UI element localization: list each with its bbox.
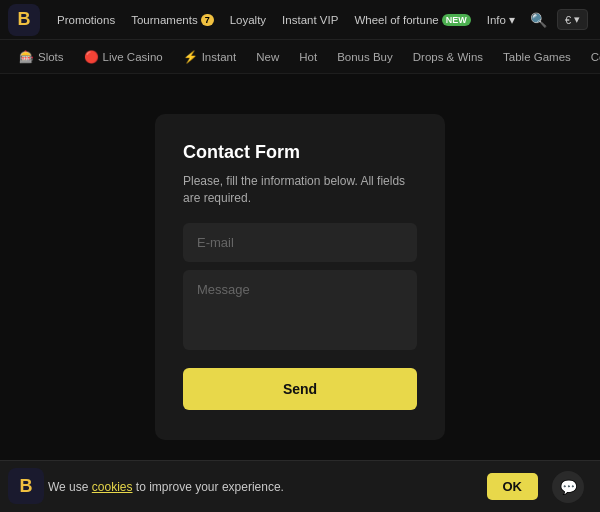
nav-links: Promotions Tournaments 7 Loyalty Instant…	[50, 9, 522, 31]
secnav-bonus-buy[interactable]: Bonus Buy	[328, 46, 402, 68]
tournaments-badge: 7	[201, 14, 214, 26]
secnav-drops-wins[interactable]: Drops & Wins	[404, 46, 492, 68]
chat-bubble-icon: 💬	[560, 479, 577, 495]
live-casino-icon: 🔴	[84, 50, 99, 64]
main-content: Contact Form Please, fill the informatio…	[0, 74, 600, 480]
tournaments-label: Tournaments	[131, 14, 197, 26]
secnav-slots[interactable]: 🎰 Slots	[10, 45, 73, 69]
cookie-link[interactable]: cookies	[92, 480, 133, 494]
nav-info[interactable]: Info ▾	[480, 9, 522, 31]
cookie-text-pre: We use	[48, 480, 88, 494]
contact-form-card: Contact Form Please, fill the informatio…	[155, 114, 445, 440]
nav-loyalty[interactable]: Loyalty	[223, 10, 273, 30]
secnav-new[interactable]: New	[247, 46, 288, 68]
corner-logo-icon: B	[20, 476, 33, 497]
wheel-badge: NEW	[442, 14, 471, 26]
top-navigation: B Promotions Tournaments 7 Loyalty Insta…	[0, 0, 600, 40]
contact-form-title: Contact Form	[183, 142, 417, 163]
nav-wheel-of-fortune[interactable]: Wheel of fortune NEW	[347, 10, 477, 30]
secnav-instant[interactable]: ⚡ Instant	[174, 45, 246, 69]
cookie-text: We use cookies to improve your experienc…	[48, 480, 477, 494]
currency-chevron-icon: ▾	[574, 13, 580, 26]
secnav-live-casino[interactable]: 🔴 Live Casino	[75, 45, 172, 69]
nav-promotions[interactable]: Promotions	[50, 10, 122, 30]
chat-icon[interactable]: 💬	[552, 471, 584, 503]
logo-icon: B	[18, 9, 31, 30]
send-button[interactable]: Send	[183, 368, 417, 410]
nav-tournaments[interactable]: Tournaments 7	[124, 10, 221, 30]
nav-instant-vip[interactable]: Instant VIP	[275, 10, 345, 30]
secnav-hot[interactable]: Hot	[290, 46, 326, 68]
currency-value: €	[565, 14, 571, 26]
message-field[interactable]	[183, 270, 417, 350]
slots-label: Slots	[38, 51, 64, 63]
info-label: Info	[487, 14, 506, 26]
secnav-collections[interactable]: Collections	[582, 46, 600, 68]
instant-icon: ⚡	[183, 50, 198, 64]
nav-right: 🔍 € ▾ Login Sign Up	[526, 8, 600, 32]
login-button[interactable]: Login	[594, 10, 600, 30]
wheel-label: Wheel of fortune	[354, 14, 438, 26]
instant-label: Instant	[202, 51, 237, 63]
email-field[interactable]	[183, 223, 417, 262]
contact-form-description: Please, fill the information below. All …	[183, 173, 417, 207]
currency-selector[interactable]: € ▾	[557, 9, 588, 30]
live-casino-label: Live Casino	[103, 51, 163, 63]
corner-logo: B	[8, 468, 44, 504]
info-chevron-icon: ▾	[509, 13, 515, 27]
cookie-ok-button[interactable]: OK	[487, 473, 539, 500]
slots-icon: 🎰	[19, 50, 34, 64]
secondary-navigation: 🎰 Slots 🔴 Live Casino ⚡ Instant New Hot …	[0, 40, 600, 74]
cookie-banner: B 🍪 We use cookies to improve your exper…	[0, 460, 600, 512]
logo[interactable]: B	[8, 4, 40, 36]
search-icon[interactable]: 🔍	[526, 8, 551, 32]
secnav-table-games[interactable]: Table Games	[494, 46, 580, 68]
cookie-text-post: to improve your experience.	[136, 480, 284, 494]
